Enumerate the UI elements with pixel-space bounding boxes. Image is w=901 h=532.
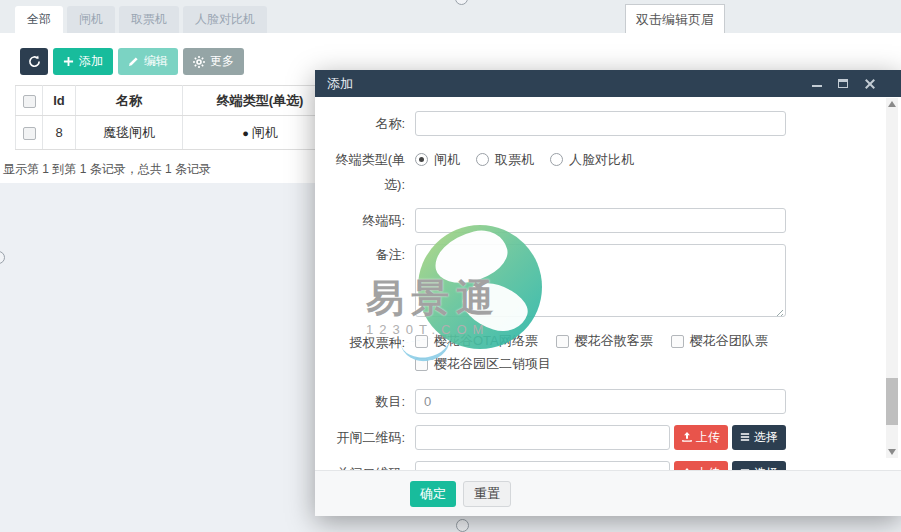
form-row-name: 名称: xyxy=(315,111,901,136)
radio-gate-control[interactable] xyxy=(415,153,428,166)
cell-id: 8 xyxy=(43,116,76,150)
add-dialog: 添加 名称: 终端类型(单选): 闸机 xyxy=(315,70,901,516)
plus-icon xyxy=(63,56,74,67)
radio-ticket-machine[interactable]: 取票机 xyxy=(476,151,534,169)
radio-ticket-machine-control[interactable] xyxy=(476,153,489,166)
maximize-icon[interactable] xyxy=(838,78,849,89)
close-icon[interactable] xyxy=(864,78,875,89)
add-dialog-footer: 确定 重置 xyxy=(315,470,901,516)
terminal-code-label: 终端码: xyxy=(315,208,405,233)
close-qr-upload-button[interactable]: 上传 xyxy=(674,461,728,470)
tab-face-compare[interactable]: 人脸对比机 xyxy=(183,6,267,33)
form-row-tickets: 授权票种: 樱花谷OTA网络票 樱花谷散客票 樱花谷团队票 xyxy=(315,332,901,378)
terminal-table: Id 名称 终端类型(单选) 8 魔毯闸机 ●闸机 xyxy=(15,85,338,150)
radio-gate[interactable]: 闸机 xyxy=(415,151,460,169)
name-input[interactable] xyxy=(415,111,786,136)
confirm-button[interactable]: 确定 xyxy=(410,481,456,507)
row-checkbox[interactable] xyxy=(23,127,36,140)
cell-name: 魔毯闸机 xyxy=(76,116,183,150)
tab-all[interactable]: 全部 xyxy=(15,6,63,33)
modal-scrollbar[interactable] xyxy=(886,98,898,458)
tab-ticket-machine[interactable]: 取票机 xyxy=(119,6,179,33)
close-qr-label: 关闸二维码: xyxy=(315,461,405,470)
table-header-row: Id 名称 终端类型(单选) xyxy=(16,86,338,116)
add-button[interactable]: 添加 xyxy=(53,48,113,75)
radio-face-compare[interactable]: 人脸对比机 xyxy=(550,151,634,169)
scroll-up-icon[interactable] xyxy=(888,101,896,107)
top-tab-bar: 全部 闸机 取票机 人脸对比机 双击编辑页眉 xyxy=(0,0,901,33)
add-dialog-title: 添加 xyxy=(327,75,812,93)
add-button-label: 添加 xyxy=(79,53,103,70)
window-controls xyxy=(812,78,875,89)
open-qr-upload-button[interactable]: 上传 xyxy=(674,425,728,450)
open-qr-choose-button[interactable]: 选择 xyxy=(732,425,786,450)
column-header-id[interactable]: Id xyxy=(43,86,76,116)
column-header-name[interactable]: 名称 xyxy=(76,86,183,116)
quantity-label: 数目: xyxy=(315,389,405,414)
resize-handle-left[interactable] xyxy=(0,251,5,264)
form-row-quantity: 数目: xyxy=(315,389,901,414)
ticket-checkbox-individual[interactable]: 樱花谷散客票 xyxy=(556,332,653,350)
more-button-label: 更多 xyxy=(210,53,234,70)
remark-textarea[interactable] xyxy=(415,244,786,317)
refresh-icon xyxy=(28,55,41,68)
close-qr-choose-button[interactable]: 选择 xyxy=(732,461,786,470)
terminal-type-radio-group: 闸机 取票机 人脸对比机 xyxy=(415,147,786,172)
table-row[interactable]: 8 魔毯闸机 ●闸机 xyxy=(16,116,338,150)
scroll-down-icon[interactable] xyxy=(888,449,896,455)
scrollbar-thumb[interactable] xyxy=(886,378,898,425)
tickets-label: 授权票种: xyxy=(315,332,405,378)
gear-icon xyxy=(193,56,205,68)
minimize-icon[interactable] xyxy=(812,78,823,89)
close-qr-input[interactable] xyxy=(415,461,670,470)
form-row-terminal-type: 终端类型(单选): 闸机 取票机 人脸对比机 xyxy=(315,147,901,197)
more-button[interactable]: 更多 xyxy=(183,48,244,75)
terminal-code-input[interactable] xyxy=(415,208,786,233)
add-dialog-body: 名称: 终端类型(单选): 闸机 取票机 xyxy=(315,97,901,470)
ticket-checkbox-group[interactable]: 樱花谷团队票 xyxy=(671,332,768,350)
type-dot-icon: ● xyxy=(242,127,249,139)
quantity-input[interactable] xyxy=(415,389,786,414)
toolbar: 添加 编辑 更多 xyxy=(20,48,244,75)
tabs: 全部 闸机 取票机 人脸对比机 xyxy=(15,6,267,33)
pagination-summary: 显示第 1 到第 1 条记录，总共 1 条记录 xyxy=(3,161,211,178)
form-row-terminal-code: 终端码: xyxy=(315,208,901,233)
edit-button[interactable]: 编辑 xyxy=(118,48,178,75)
header-edit-hint[interactable]: 双击编辑页眉 xyxy=(625,4,725,35)
list-icon xyxy=(740,431,750,445)
refresh-button[interactable] xyxy=(20,48,48,75)
form-row-close-qr: 关闸二维码: 上传 选择 xyxy=(315,461,901,470)
pencil-icon xyxy=(128,56,139,67)
add-dialog-titlebar[interactable]: 添加 xyxy=(315,70,901,97)
reset-button[interactable]: 重置 xyxy=(463,481,511,507)
form-row-remark: 备注: xyxy=(315,244,901,321)
name-label: 名称: xyxy=(315,111,405,136)
terminal-type-label: 终端类型(单选): xyxy=(315,147,405,197)
tab-gate[interactable]: 闸机 xyxy=(67,6,115,33)
form-row-open-qr: 开闸二维码: 上传 选择 xyxy=(315,425,901,450)
open-qr-input[interactable] xyxy=(415,425,670,450)
remark-label: 备注: xyxy=(315,244,405,321)
resize-handle-bottom[interactable] xyxy=(456,519,469,532)
edit-button-label: 编辑 xyxy=(144,53,168,70)
upload-icon xyxy=(682,431,692,445)
open-qr-label: 开闸二维码: xyxy=(315,425,405,450)
select-all-checkbox[interactable] xyxy=(23,95,36,108)
radio-face-compare-control[interactable] xyxy=(550,153,563,166)
ticket-checkbox-secondary[interactable]: 樱花谷园区二销项目 xyxy=(415,355,551,373)
screen: 全部 闸机 取票机 人脸对比机 双击编辑页眉 添加 xyxy=(0,0,901,532)
ticket-checkbox-ota[interactable]: 樱花谷OTA网络票 xyxy=(415,332,538,350)
